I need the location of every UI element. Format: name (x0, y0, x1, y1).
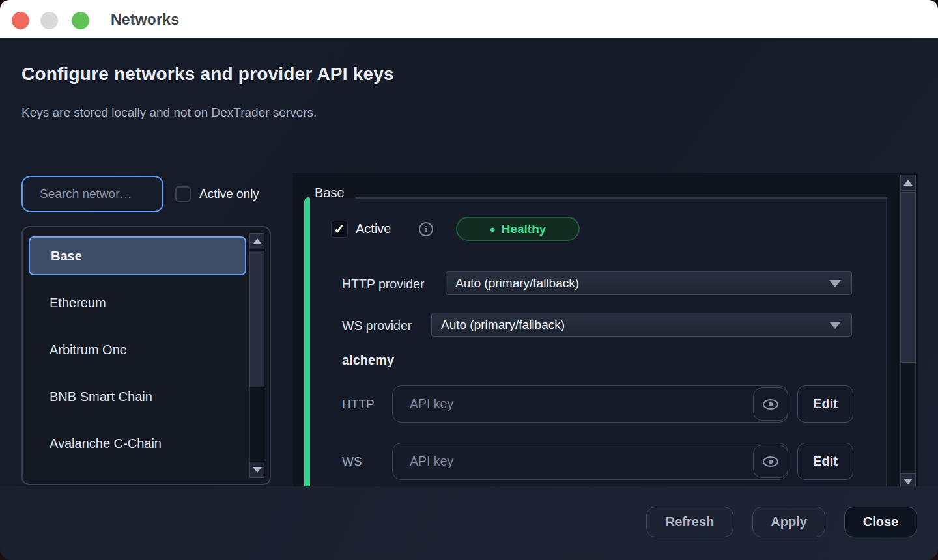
network-item-avalanche-c-chain[interactable]: Avalanche C-Chain (29, 424, 246, 463)
page-title: Configure networks and provider API keys (21, 64, 394, 85)
zoom-window-icon[interactable] (72, 12, 89, 29)
scroll-up-button[interactable] (900, 175, 916, 191)
ws-provider-label: WS provider (342, 318, 412, 333)
eye-icon (762, 456, 779, 468)
active-checkbox[interactable]: ✓ (331, 221, 348, 238)
dialog-body: Configure networks and provider API keys… (0, 38, 938, 560)
active-accent-bar (304, 197, 310, 492)
scroll-up-icon (253, 238, 262, 244)
ws-provider-select[interactable]: Auto (primary/fallback) (431, 313, 852, 337)
network-item-arbitrum-one[interactable]: Arbitrum One (29, 330, 246, 369)
network-detail-panel: Base ✓ Active i ● Healthy HTTP provider … (293, 173, 918, 492)
http-api-key-input[interactable] (392, 385, 788, 423)
refresh-button-label: Refresh (666, 514, 714, 529)
network-item-base[interactable]: Base (29, 236, 246, 275)
active-only-label: Active only (199, 187, 259, 201)
network-item-label: Ethereum (50, 296, 106, 311)
scroll-down-button[interactable] (249, 462, 264, 478)
edit-button-label: Edit (813, 454, 838, 469)
search-input[interactable] (21, 176, 163, 212)
http-key-reveal-button[interactable] (753, 387, 788, 421)
groupbox-label: Base (315, 186, 345, 201)
http-provider-label: HTTP provider (342, 277, 424, 292)
close-button-label: Close (863, 514, 898, 529)
checkmark-icon: ✓ (334, 221, 345, 237)
network-item-label: Base (51, 249, 82, 264)
network-item-ethereum[interactable]: Ethereum (29, 283, 246, 322)
network-list-scrollbar[interactable] (249, 233, 264, 478)
network-item-label: BNB Smart Chain (50, 389, 152, 404)
network-item-label: Avalanche C-Chain (50, 436, 162, 451)
networks-window: Networks Configure networks and provider… (0, 0, 938, 560)
detail-panel-scrollbar[interactable] (900, 175, 916, 490)
active-label: Active (356, 221, 391, 236)
http-provider-value: Auto (primary/fallback) (455, 276, 579, 290)
refresh-button[interactable]: Refresh (646, 507, 733, 537)
close-window-icon[interactable] (12, 12, 29, 29)
page-subtitle: Keys are stored locally and not on DexTr… (21, 105, 317, 120)
ws-key-edit-button[interactable]: Edit (797, 443, 853, 480)
apply-button[interactable]: Apply (752, 507, 825, 537)
network-item-bnb-smart-chain[interactable]: BNB Smart Chain (29, 377, 246, 416)
chevron-down-icon (829, 322, 841, 329)
ws-key-reveal-button[interactable] (753, 445, 788, 478)
ws-key-label: WS (342, 455, 362, 469)
minimize-window-icon[interactable] (40, 12, 58, 29)
chevron-down-icon (829, 280, 841, 287)
info-icon[interactable]: i (419, 222, 433, 236)
http-key-edit-button[interactable]: Edit (797, 385, 853, 423)
groupbox-right-border (886, 197, 887, 492)
network-list: Base Ethereum Arbitrum One BNB Smart Cha… (21, 226, 271, 485)
status-label: Healthy (502, 222, 547, 236)
edit-button-label: Edit (813, 397, 838, 412)
ws-api-key-input[interactable] (392, 443, 788, 480)
http-key-label: HTTP (342, 397, 375, 412)
http-provider-select[interactable]: Auto (primary/fallback) (446, 271, 852, 295)
network-item-label: Arbitrum One (50, 343, 127, 357)
window-title: Networks (111, 11, 179, 29)
status-dot-icon: ● (490, 224, 496, 234)
provider-section-label: alchemy (342, 353, 394, 368)
close-button[interactable]: Close (844, 507, 917, 537)
scroll-up-button[interactable] (249, 233, 264, 249)
scroll-down-icon (903, 479, 913, 484)
active-only-checkbox[interactable] (175, 186, 191, 202)
title-bar: Networks (0, 0, 938, 38)
status-badge: ● Healthy (456, 217, 580, 241)
scroll-up-icon (903, 180, 913, 186)
scroll-down-icon (253, 467, 262, 473)
groupbox-top-border (355, 197, 887, 199)
scrollbar-thumb[interactable] (249, 251, 264, 387)
eye-icon (762, 399, 779, 410)
ws-provider-value: Auto (primary/fallback) (441, 318, 565, 332)
dialog-footer: Refresh Apply Close (0, 486, 938, 560)
apply-button-label: Apply (771, 514, 807, 529)
scrollbar-thumb[interactable] (900, 192, 916, 363)
